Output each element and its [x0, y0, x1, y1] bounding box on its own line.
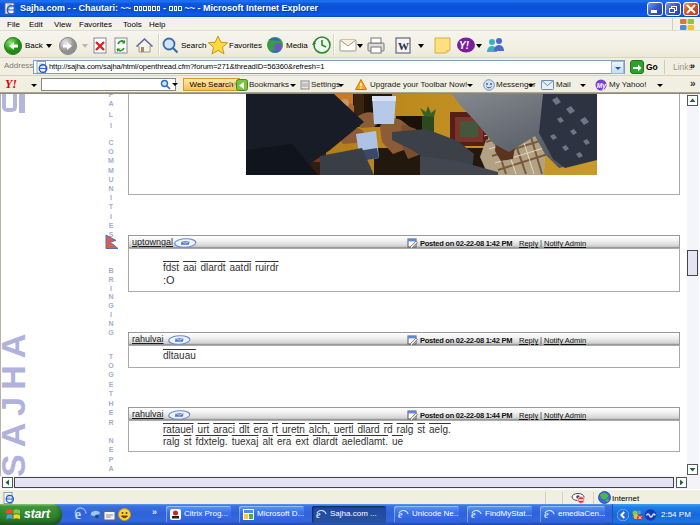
svg-text:Y!: Y!: [459, 40, 470, 51]
svg-text:W: W: [398, 40, 409, 52]
svg-text:My: My: [597, 82, 606, 90]
